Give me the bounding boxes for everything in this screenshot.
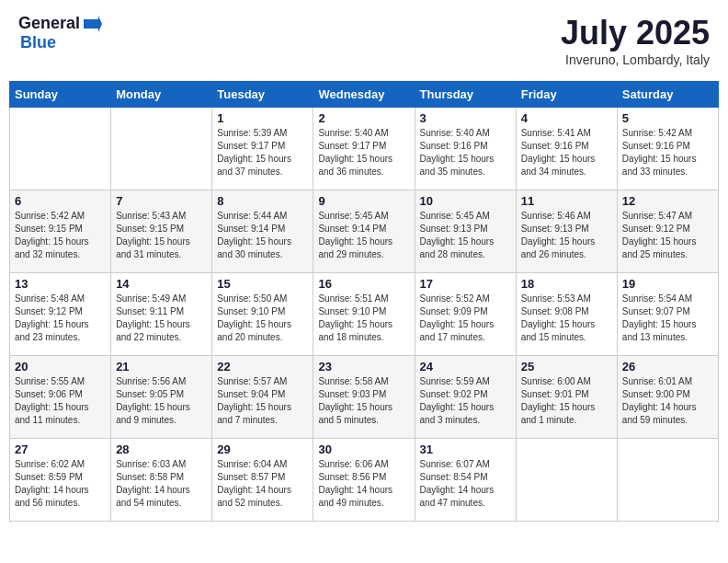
calendar-cell (516, 439, 617, 522)
calendar-cell: 15Sunrise: 5:50 AMSunset: 9:10 PMDayligh… (212, 273, 313, 356)
day-number: 5 (622, 111, 713, 125)
day-number: 2 (318, 111, 409, 125)
day-number: 8 (217, 194, 308, 208)
day-number: 9 (318, 194, 409, 208)
calendar-cell: 27Sunrise: 6:02 AMSunset: 8:59 PMDayligh… (10, 439, 111, 522)
col-sunday: Sunday (10, 82, 111, 108)
calendar-cell: 1Sunrise: 5:39 AMSunset: 9:17 PMDaylight… (212, 108, 313, 190)
day-info: Sunrise: 5:53 AMSunset: 9:08 PMDaylight:… (521, 293, 612, 344)
day-info: Sunrise: 5:50 AMSunset: 9:10 PMDaylight:… (217, 293, 308, 344)
calendar-cell (10, 108, 111, 190)
day-info: Sunrise: 5:51 AMSunset: 9:10 PMDaylight:… (318, 293, 409, 344)
day-info: Sunrise: 5:47 AMSunset: 9:12 PMDaylight:… (622, 210, 713, 261)
day-info: Sunrise: 6:07 AMSunset: 8:54 PMDaylight:… (420, 458, 511, 510)
calendar-cell: 2Sunrise: 5:40 AMSunset: 9:17 PMDaylight… (313, 108, 415, 190)
calendar-cell (617, 439, 718, 522)
col-wednesday: Wednesday (313, 82, 415, 108)
day-number: 15 (217, 277, 308, 291)
calendar-cell: 29Sunrise: 6:04 AMSunset: 8:57 PMDayligh… (212, 439, 313, 522)
day-number: 31 (420, 442, 511, 456)
day-number: 3 (420, 111, 511, 125)
calendar-cell: 31Sunrise: 6:07 AMSunset: 8:54 PMDayligh… (415, 439, 516, 522)
day-info: Sunrise: 5:55 AMSunset: 9:06 PMDaylight:… (15, 375, 106, 427)
day-info: Sunrise: 5:46 AMSunset: 9:13 PMDaylight:… (521, 210, 612, 261)
day-info: Sunrise: 5:40 AMSunset: 9:17 PMDaylight:… (318, 127, 409, 178)
calendar-cell: 12Sunrise: 5:47 AMSunset: 9:12 PMDayligh… (617, 190, 718, 273)
calendar-cell: 4Sunrise: 5:41 AMSunset: 9:16 PMDaylight… (516, 108, 617, 190)
day-info: Sunrise: 5:41 AMSunset: 9:16 PMDaylight:… (521, 127, 612, 178)
logo: General Blue (18, 14, 102, 52)
calendar-cell: 19Sunrise: 5:54 AMSunset: 9:07 PMDayligh… (617, 273, 718, 356)
day-info: Sunrise: 5:54 AMSunset: 9:07 PMDaylight:… (622, 293, 713, 344)
day-info: Sunrise: 6:01 AMSunset: 9:00 PMDaylight:… (622, 375, 713, 427)
col-friday: Friday (516, 82, 617, 108)
calendar-cell: 21Sunrise: 5:56 AMSunset: 9:05 PMDayligh… (111, 356, 212, 439)
calendar-cell: 9Sunrise: 5:45 AMSunset: 9:14 PMDaylight… (313, 190, 415, 273)
calendar-cell: 28Sunrise: 6:03 AMSunset: 8:58 PMDayligh… (111, 439, 212, 522)
col-saturday: Saturday (617, 82, 718, 108)
calendar-cell: 10Sunrise: 5:45 AMSunset: 9:13 PMDayligh… (415, 190, 516, 273)
day-number: 23 (318, 360, 409, 373)
day-info: Sunrise: 5:56 AMSunset: 9:05 PMDaylight:… (116, 375, 207, 427)
calendar-cell: 18Sunrise: 5:53 AMSunset: 9:08 PMDayligh… (516, 273, 617, 356)
title-section: July 2025 Inveruno, Lombardy, Italy (561, 14, 710, 67)
day-number: 13 (15, 277, 106, 291)
day-number: 10 (420, 194, 511, 208)
day-info: Sunrise: 5:40 AMSunset: 9:16 PMDaylight:… (420, 127, 511, 178)
col-monday: Monday (111, 82, 212, 108)
logo-general-text: General (18, 14, 80, 33)
calendar-cell: 26Sunrise: 6:01 AMSunset: 9:00 PMDayligh… (617, 356, 718, 439)
calendar-cell: 13Sunrise: 5:48 AMSunset: 9:12 PMDayligh… (10, 273, 111, 356)
week-row-2: 6Sunrise: 5:42 AMSunset: 9:15 PMDaylight… (10, 190, 719, 273)
day-number: 18 (521, 277, 612, 291)
day-info: Sunrise: 5:45 AMSunset: 9:14 PMDaylight:… (318, 210, 409, 261)
calendar-cell: 14Sunrise: 5:49 AMSunset: 9:11 PMDayligh… (111, 273, 212, 356)
day-number: 19 (622, 277, 713, 291)
week-row-1: 1Sunrise: 5:39 AMSunset: 9:17 PMDaylight… (10, 108, 719, 190)
day-info: Sunrise: 5:42 AMSunset: 9:16 PMDaylight:… (622, 127, 713, 178)
day-number: 24 (420, 360, 511, 373)
calendar-cell: 24Sunrise: 5:59 AMSunset: 9:02 PMDayligh… (415, 356, 516, 439)
day-number: 7 (116, 194, 207, 208)
day-number: 6 (15, 194, 106, 208)
day-number: 4 (521, 111, 612, 125)
calendar-header-row: Sunday Monday Tuesday Wednesday Thursday… (10, 82, 719, 108)
col-tuesday: Tuesday (212, 82, 313, 108)
logo-blue-text: Blue (20, 33, 56, 52)
calendar-cell: 22Sunrise: 5:57 AMSunset: 9:04 PMDayligh… (212, 356, 313, 439)
calendar-cell: 7Sunrise: 5:43 AMSunset: 9:15 PMDaylight… (111, 190, 212, 273)
calendar-cell: 23Sunrise: 5:58 AMSunset: 9:03 PMDayligh… (313, 356, 415, 439)
calendar-cell: 5Sunrise: 5:42 AMSunset: 9:16 PMDaylight… (617, 108, 718, 190)
day-info: Sunrise: 5:58 AMSunset: 9:03 PMDaylight:… (318, 375, 409, 427)
week-row-5: 27Sunrise: 6:02 AMSunset: 8:59 PMDayligh… (10, 439, 719, 522)
day-number: 17 (420, 277, 511, 291)
day-number: 22 (217, 360, 308, 373)
svg-marker-0 (84, 16, 102, 32)
day-info: Sunrise: 6:02 AMSunset: 8:59 PMDaylight:… (15, 458, 106, 510)
day-info: Sunrise: 5:39 AMSunset: 9:17 PMDaylight:… (217, 127, 308, 178)
day-number: 30 (318, 442, 409, 456)
day-info: Sunrise: 5:49 AMSunset: 9:11 PMDaylight:… (116, 293, 207, 344)
calendar-table: Sunday Monday Tuesday Wednesday Thursday… (9, 81, 719, 522)
calendar-cell: 17Sunrise: 5:52 AMSunset: 9:09 PMDayligh… (415, 273, 516, 356)
day-info: Sunrise: 5:59 AMSunset: 9:02 PMDaylight:… (420, 375, 511, 427)
day-info: Sunrise: 5:48 AMSunset: 9:12 PMDaylight:… (15, 293, 106, 344)
day-number: 1 (217, 111, 308, 125)
day-number: 29 (217, 442, 308, 456)
calendar-cell (111, 108, 212, 190)
day-info: Sunrise: 5:52 AMSunset: 9:09 PMDaylight:… (420, 293, 511, 344)
calendar-cell: 20Sunrise: 5:55 AMSunset: 9:06 PMDayligh… (10, 356, 111, 439)
calendar-cell: 16Sunrise: 5:51 AMSunset: 9:10 PMDayligh… (313, 273, 415, 356)
day-info: Sunrise: 6:04 AMSunset: 8:57 PMDaylight:… (217, 458, 308, 510)
day-number: 26 (622, 360, 713, 373)
day-info: Sunrise: 6:00 AMSunset: 9:01 PMDaylight:… (521, 375, 612, 427)
day-info: Sunrise: 5:45 AMSunset: 9:13 PMDaylight:… (420, 210, 511, 261)
week-row-3: 13Sunrise: 5:48 AMSunset: 9:12 PMDayligh… (10, 273, 719, 356)
day-info: Sunrise: 6:03 AMSunset: 8:58 PMDaylight:… (116, 458, 207, 510)
day-number: 11 (521, 194, 612, 208)
day-info: Sunrise: 5:57 AMSunset: 9:04 PMDaylight:… (217, 375, 308, 427)
calendar-cell: 3Sunrise: 5:40 AMSunset: 9:16 PMDaylight… (415, 108, 516, 190)
day-info: Sunrise: 5:44 AMSunset: 9:14 PMDaylight:… (217, 210, 308, 261)
calendar-cell: 8Sunrise: 5:44 AMSunset: 9:14 PMDaylight… (212, 190, 313, 273)
logo-arrow-icon (82, 16, 102, 32)
